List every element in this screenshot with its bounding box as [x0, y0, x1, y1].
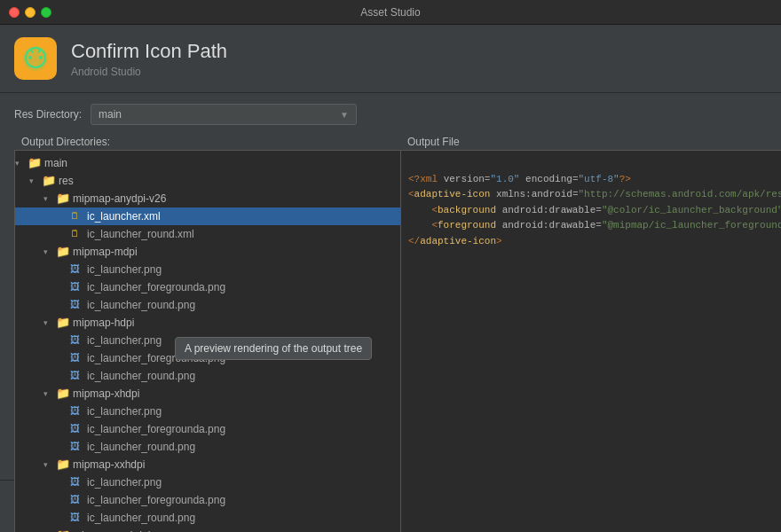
folder-icon: 📁: [56, 387, 70, 401]
tree-item-name: mipmap-xxhdpi: [73, 458, 145, 471]
tree-item-name: ic_launcher_round.png: [87, 370, 195, 382]
tree-item[interactable]: ▸📁mipmap-xxxhdpi: [15, 527, 400, 532]
tree-item-name: ic_launcher_round.xml: [87, 228, 194, 240]
xml-file-icon: 🗒: [70, 227, 84, 241]
tree-item-name: mipmap-xhdpi: [73, 387, 139, 400]
tree-item[interactable]: 🖼ic_launcher_foregrounda.png: [15, 349, 400, 367]
tree-item[interactable]: 🖼ic_launcher.png: [15, 403, 400, 420]
tree-item-name: ic_launcher.png: [87, 334, 162, 347]
tree-expand-icon: ▾: [43, 247, 56, 256]
folder-icon: 📁: [56, 245, 70, 259]
tree-expand-icon: ▾: [43, 389, 56, 398]
tree-expand-icon: ▾: [43, 318, 56, 327]
tree-expand-icon: ▾: [43, 194, 56, 203]
tree-item[interactable]: 🖼ic_launcher_round.png: [15, 509, 400, 527]
select-arrow-icon: ▼: [340, 110, 349, 120]
tree-item[interactable]: ▾📁mipmap-xxhdpi: [15, 456, 400, 473]
tree-item-name: ic_launcher_round.png: [87, 441, 195, 453]
tree-expand-icon: ▾: [29, 176, 42, 185]
minimize-button[interactable]: [25, 7, 36, 18]
tree-item-name: ic_launcher_foregrounda.png: [87, 494, 225, 506]
tree-item-name: ic_launcher_round.png: [87, 299, 195, 311]
android-studio-icon: [14, 37, 57, 80]
svg-point-1: [28, 56, 32, 59]
maximize-button[interactable]: [41, 7, 51, 18]
tree-expand-icon: ▾: [43, 460, 56, 469]
res-dir-row: Res Directory: main ▼: [14, 104, 767, 125]
png-file-icon: 🖼: [70, 475, 84, 489]
png-file-icon: 🖼: [70, 298, 84, 312]
tree-item-name: res: [59, 175, 74, 187]
output-dirs-label: Output Directories:: [14, 132, 117, 152]
png-file-icon: 🖼: [70, 369, 84, 383]
tree-item[interactable]: 🖼ic_launcher.png: [15, 473, 400, 491]
png-file-icon: 🖼: [70, 493, 84, 507]
tree-item[interactable]: 🖼ic_launcher.png: [15, 332, 400, 349]
tree-item[interactable]: 🖼ic_launcher_foregrounda.png: [15, 491, 400, 509]
tree-item[interactable]: 🖼ic_launcher_foregrounda.png: [15, 278, 400, 296]
main-content: Res Directory: main ▼ Output Directories…: [0, 93, 781, 480]
tree-item[interactable]: ▾📁res: [15, 172, 400, 190]
file-tree: ▾📁main▾📁res▾📁mipmap-anydpi-v26🗒ic_launch…: [15, 151, 400, 532]
tree-item[interactable]: 🖼ic_launcher.png: [15, 261, 400, 278]
panels-wrapper: Output Directories: Output File ▾📁main▾📁…: [14, 150, 767, 532]
tree-item[interactable]: 🖼ic_launcher_foregrounda.png: [15, 420, 400, 438]
folder-icon: 📁: [56, 192, 70, 206]
tree-item[interactable]: ▾📁mipmap-hdpi: [15, 314, 400, 332]
tree-item-name: ic_launcher.xml: [87, 210, 161, 223]
tree-item-name: ic_launcher_round.png: [87, 512, 195, 524]
tree-item-name: main: [44, 157, 67, 169]
tree-item[interactable]: 🖼ic_launcher_round.png: [15, 367, 400, 385]
title-bar: Asset Studio: [0, 0, 781, 25]
folder-icon: 📁: [56, 528, 70, 532]
folder-icon: 📁: [56, 316, 70, 330]
png-file-icon: 🖼: [70, 422, 84, 436]
tree-item-name: ic_launcher.png: [87, 263, 162, 276]
file-tree-panel: ▾📁main▾📁res▾📁mipmap-anydpi-v26🗒ic_launch…: [15, 151, 401, 532]
header-text-group: Confirm Icon Path Android Studio: [71, 40, 227, 78]
panels: ▾📁main▾📁res▾📁mipmap-anydpi-v26🗒ic_launch…: [14, 150, 781, 532]
png-file-icon: 🖼: [70, 440, 84, 454]
window-title: Asset Studio: [360, 6, 420, 19]
res-dir-select[interactable]: main ▼: [91, 104, 357, 125]
tree-item[interactable]: ▾📁mipmap-mdpi: [15, 243, 400, 261]
tree-item[interactable]: ▾📁mipmap-anydpi-v26: [15, 190, 400, 207]
tree-item[interactable]: 🖼ic_launcher_round.png: [15, 438, 400, 456]
dialog-header: Confirm Icon Path Android Studio: [0, 25, 781, 93]
folder-icon: 📁: [42, 174, 56, 188]
tree-item-name: ic_launcher_foregrounda.png: [87, 352, 225, 364]
tree-item-name: ic_launcher.png: [87, 405, 162, 418]
tree-item[interactable]: ▾📁mipmap-xhdpi: [15, 385, 400, 403]
folder-icon: 📁: [56, 458, 70, 472]
png-file-icon: 🖼: [70, 280, 84, 294]
output-file-label: Output File: [400, 132, 467, 152]
tree-item[interactable]: 🗒ic_launcher_round.xml: [15, 225, 400, 243]
png-file-icon: 🖼: [70, 404, 84, 419]
tree-item-name: mipmap-mdpi: [73, 246, 138, 258]
tree-item-name: ic_launcher_foregrounda.png: [87, 281, 225, 293]
tree-item[interactable]: 🗒ic_launcher.xml: [15, 207, 400, 225]
tree-item[interactable]: ▾📁main: [15, 154, 400, 172]
tree-item-name: ic_launcher_foregrounda.png: [87, 423, 225, 435]
xml-file-icon: 🗒: [70, 209, 84, 223]
close-button[interactable]: [9, 7, 20, 18]
res-dir-label: Res Directory:: [14, 108, 82, 121]
dialog-subtitle: Android Studio: [71, 66, 227, 78]
tree-item-name: mipmap-anydpi-v26: [73, 192, 166, 205]
tree-item-name: mipmap-hdpi: [73, 317, 134, 329]
folder-icon: 📁: [28, 156, 42, 170]
png-file-icon: 🖼: [70, 351, 84, 365]
code-panel: <?xml version="1.0" encoding="utf-8"?> <…: [401, 151, 781, 532]
res-dir-value: main: [99, 108, 122, 121]
tree-item[interactable]: 🖼ic_launcher_round.png: [15, 296, 400, 314]
code-view: <?xml version="1.0" encoding="utf-8"?> <…: [408, 156, 781, 265]
dialog-title: Confirm Icon Path: [71, 40, 227, 63]
png-file-icon: 🖼: [70, 511, 84, 525]
svg-point-2: [39, 56, 43, 59]
png-file-icon: 🖼: [70, 333, 84, 348]
png-file-icon: 🖼: [70, 262, 84, 277]
window-controls: [9, 7, 51, 18]
tree-expand-icon: ▾: [15, 159, 28, 168]
tree-item-name: ic_launcher.png: [87, 476, 162, 489]
